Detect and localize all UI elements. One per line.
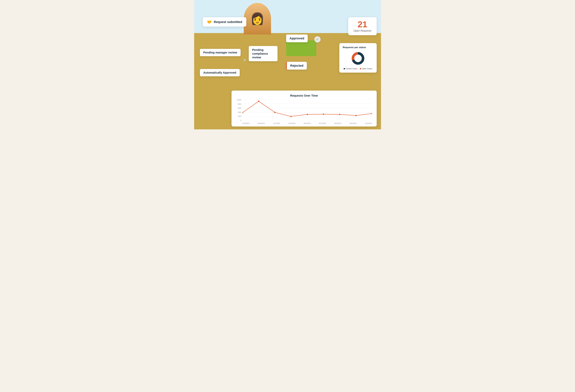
y-label-6000: 6000 xyxy=(238,107,241,109)
x-label-3: 11/11/2021 xyxy=(273,122,280,124)
svg-point-11 xyxy=(274,112,275,113)
svg-point-17 xyxy=(371,113,372,114)
line-chart-svg xyxy=(242,99,372,121)
y-label-10000: 10000 xyxy=(237,99,241,101)
pending-compliance-card: Pending compliance review xyxy=(249,46,278,61)
approved-card: Approved xyxy=(286,34,308,42)
handshake-icon: 🤝 xyxy=(207,20,212,24)
x-label-4: 02/16/2022 xyxy=(288,122,295,124)
x-axis-labels: 03/18/2021 03/19/2021 11/11/2021 02/16/2… xyxy=(242,122,372,124)
avatar-image: 👩 xyxy=(244,3,271,34)
y-axis-labels: 10000 8000 6000 4000 2000 0 xyxy=(236,99,242,121)
x-label-8: 06/24/2022 xyxy=(350,122,357,124)
svg-point-12 xyxy=(290,116,292,117)
closed-dot xyxy=(344,68,345,70)
approved-label: Approved xyxy=(289,37,304,40)
legend-open: Open Cases xyxy=(360,68,372,70)
over-time-card: Requests Over Time 10000 8000 6000 4000 … xyxy=(232,91,377,126)
chart-area: 10000 8000 6000 4000 2000 0 xyxy=(236,99,372,124)
pending-manager-label: Pending manager review xyxy=(203,51,237,54)
open-label: Open Cases xyxy=(362,68,372,70)
open-requests-card: 21 Open Requests xyxy=(348,17,377,35)
svg-point-14 xyxy=(323,114,324,115)
svg-point-2 xyxy=(354,55,362,62)
open-requests-label: Open Requests xyxy=(353,29,371,32)
auto-approved-label: Automatically Approved xyxy=(203,71,236,74)
x-label-6: 05/17/2022 xyxy=(319,122,326,124)
open-requests-number: 21 xyxy=(353,20,371,29)
svg-point-15 xyxy=(339,114,340,115)
svg-point-16 xyxy=(355,115,357,116)
y-label-4000: 4000 xyxy=(238,111,241,113)
y-label-8000: 8000 xyxy=(238,103,241,105)
checkmark-icon: ✓ xyxy=(314,36,321,43)
request-submitted-label: Request submitted xyxy=(214,20,242,24)
chart-title: Requests Over Time xyxy=(236,94,372,97)
person-avatar: 👩 xyxy=(243,0,272,34)
approved-green-bar xyxy=(286,40,316,56)
per-status-card: Requests per status Closed Cases Open Ca… xyxy=(339,43,377,73)
open-dot xyxy=(360,68,361,70)
donut-chart-container xyxy=(343,51,373,66)
donut-chart xyxy=(351,51,365,66)
x-label-9: 11/12/2022 xyxy=(365,122,372,124)
rejected-label: Rejected xyxy=(290,64,304,67)
closed-label: Closed Cases xyxy=(346,68,358,70)
pending-manager-card: Pending manager review xyxy=(200,49,241,56)
legend-closed: Closed Cases xyxy=(344,68,358,70)
y-label-2000: 2000 xyxy=(238,115,241,117)
y-label-0: 0 xyxy=(240,120,241,121)
per-status-title: Requests per status xyxy=(343,46,373,49)
x-label-7: 05/18/2022 xyxy=(334,122,341,124)
donut-legend: Closed Cases Open Cases xyxy=(343,68,373,70)
svg-point-10 xyxy=(258,101,259,102)
x-label-5: 05/12/2022 xyxy=(304,122,311,124)
x-label-2: 03/19/2021 xyxy=(258,122,265,124)
request-submitted-card: 🤝 Request submitted xyxy=(203,17,246,26)
pending-compliance-label: Pending compliance review xyxy=(252,48,268,59)
svg-point-13 xyxy=(307,114,308,115)
auto-approved-card: Automatically Approved xyxy=(200,69,240,76)
rejected-card: Rejected xyxy=(286,62,307,70)
x-label-1: 03/18/2021 xyxy=(242,122,250,124)
